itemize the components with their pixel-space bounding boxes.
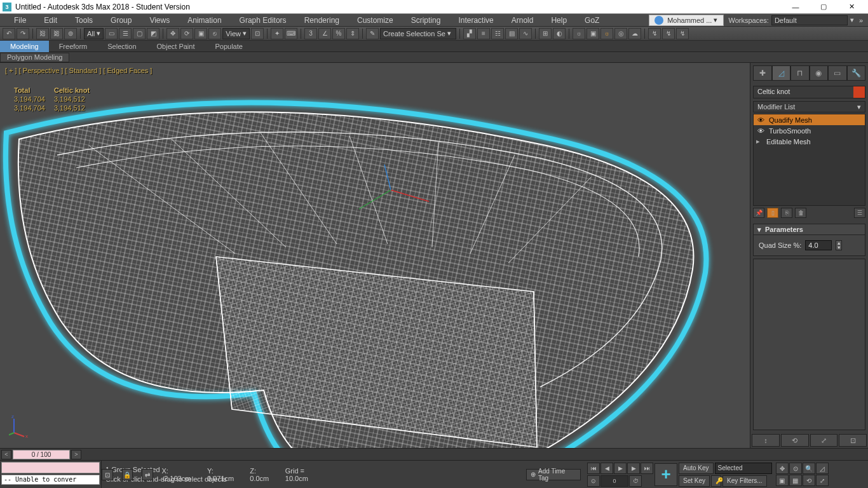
select-region-button[interactable]: ▢ <box>133 28 146 39</box>
menu-help[interactable]: Help <box>542 14 576 27</box>
tab-freeform[interactable]: Freeform <box>49 41 98 52</box>
layers-button[interactable]: ☷ <box>491 28 504 39</box>
viewport-label[interactable]: [ + ] [ Perspective ] [ Standard ] [ Edg… <box>5 67 152 74</box>
object-name-field[interactable]: Celtic knot <box>754 86 853 98</box>
fov-button[interactable]: ◿ <box>816 463 829 474</box>
goto-start-button[interactable]: ⏮ <box>587 463 600 474</box>
eye-icon[interactable]: 👁 <box>756 116 765 124</box>
tab-selection[interactable]: Selection <box>97 41 146 52</box>
eye-icon[interactable]: 👁 <box>756 127 765 135</box>
select-button[interactable]: ▭ <box>105 28 118 39</box>
ref-coord-dropdown[interactable]: View ▾ <box>222 28 250 39</box>
subtab-polygon-modeling[interactable]: Polygon Modeling <box>0 53 69 62</box>
render-button[interactable]: ☼ <box>600 28 613 39</box>
menu-goz[interactable]: GoZ <box>576 14 608 27</box>
stack-item-quadify[interactable]: 👁Quadify Mesh <box>754 114 865 125</box>
autokey-button[interactable]: Auto Key <box>679 463 714 474</box>
maxscript-mini-listener[interactable]: -- Unable to conver <box>1 475 100 485</box>
panel-tab-display[interactable]: ▭ <box>828 65 847 81</box>
manip-button[interactable]: ✦ <box>271 28 283 39</box>
named-selset-dropdown[interactable]: Create Selection Se ▾ <box>380 28 456 39</box>
isolate-button[interactable]: ⊡ <box>102 469 113 480</box>
select-name-button[interactable]: ☰ <box>119 28 132 39</box>
orbit-button[interactable]: ⟲ <box>803 475 815 486</box>
menu-interactive[interactable]: Interactive <box>449 14 502 27</box>
link-button[interactable]: ⛓ <box>36 28 49 39</box>
move-button[interactable]: ✥ <box>166 28 179 39</box>
snap-toggle-button[interactable]: 3 <box>304 28 317 39</box>
edit-selset-button[interactable]: ✎ <box>366 28 379 39</box>
goz-all-button[interactable]: ↯ <box>662 28 675 39</box>
set-key-button-large[interactable]: + <box>654 463 677 486</box>
object-color-swatch[interactable] <box>853 86 865 98</box>
panel-nav-1[interactable]: ↕ <box>752 434 780 447</box>
panel-nav-2[interactable]: ⟲ <box>781 434 809 447</box>
make-unique-button[interactable]: ⎘ <box>781 208 792 218</box>
align-button[interactable]: ≡ <box>477 28 490 39</box>
timeline-right-arrow[interactable]: > <box>71 450 81 459</box>
unlink-button[interactable]: ⛓̸ <box>50 28 63 39</box>
panel-tab-create[interactable]: ✚ <box>753 65 772 81</box>
zoom-all-button[interactable]: ▦ <box>789 475 802 486</box>
percent-snap-button[interactable]: % <box>332 28 345 39</box>
key-mode-button[interactable]: ⊙ <box>587 475 600 487</box>
panel-tab-utilities[interactable]: 🔧 <box>847 65 866 81</box>
use-center-button[interactable]: ⊡ <box>251 28 264 39</box>
modifier-list-dropdown[interactable]: Modifier List▾ <box>753 101 865 112</box>
tab-object-paint[interactable]: Object Paint <box>147 41 205 52</box>
selection-filter-dropdown[interactable]: All ▾ <box>84 28 104 39</box>
panel-nav-4[interactable]: ⊡ <box>839 434 867 447</box>
key-icon[interactable]: 🔑 <box>711 475 721 487</box>
open-ae-button[interactable]: ◎ <box>614 28 627 39</box>
menu-tools[interactable]: Tools <box>66 14 102 27</box>
prev-frame-button[interactable]: ◀ <box>600 463 613 474</box>
rollout-parameters-header[interactable]: ▾Parameters <box>753 224 865 235</box>
play-button[interactable]: ▶ <box>614 463 627 474</box>
spinner-snap-button[interactable]: ⇕ <box>346 28 359 39</box>
panel-tab-motion[interactable]: ◉ <box>810 65 829 81</box>
show-end-button[interactable]: ▯ <box>767 208 778 218</box>
time-config-button[interactable]: ⏱ <box>629 475 642 487</box>
panel-tab-hierarchy[interactable]: ⊓ <box>790 65 810 81</box>
panel-tab-modify[interactable]: ◿ <box>772 65 791 81</box>
undo-button[interactable]: ↶ <box>3 28 15 39</box>
redo-button[interactable]: ↷ <box>17 28 29 39</box>
render-frame-button[interactable]: ▣ <box>587 28 599 39</box>
curve-editor-button[interactable]: ∿ <box>519 28 532 39</box>
time-slider[interactable]: < 0 / 100 > <box>0 448 868 460</box>
expand-icon[interactable]: ▸ <box>756 137 763 146</box>
close-button[interactable]: ✕ <box>837 0 865 14</box>
current-frame-field[interactable]: 0 <box>600 475 628 487</box>
keyfilters-button[interactable]: Key Filters... <box>722 475 767 487</box>
menu-scripting[interactable]: Scripting <box>402 14 450 27</box>
menu-graph-editors[interactable]: Graph Editors <box>231 14 295 27</box>
workspaces-dropdown[interactable] <box>771 15 848 25</box>
signin-button[interactable]: Mohammed ... ▾ <box>649 15 723 26</box>
stack-item-editablemesh[interactable]: ▸Editable Mesh <box>754 136 865 147</box>
abs-rel-button[interactable]: ⇄ <box>142 469 153 480</box>
window-cross-button[interactable]: ◩ <box>147 28 159 39</box>
key-filter-selected[interactable] <box>715 463 772 474</box>
viewport[interactable]: [ + ] [ Perspective ] [ Standard ] [ Edg… <box>0 63 750 448</box>
maxview-button[interactable]: ⤢ <box>816 475 829 486</box>
quad-size-spinner[interactable] <box>805 240 832 250</box>
zoom-button[interactable]: 🔍 <box>803 463 815 474</box>
goz-import-button[interactable]: ↯ <box>676 28 689 39</box>
angle-snap-button[interactable]: ∠ <box>318 28 331 39</box>
cloud-render-button[interactable]: ☁ <box>628 28 641 39</box>
minimize-button[interactable]: — <box>782 0 810 14</box>
tab-modeling[interactable]: Modeling <box>0 41 49 52</box>
zoom-ext-button[interactable]: ▣ <box>776 475 789 486</box>
menu-file[interactable]: File <box>5 14 35 27</box>
menu-customize[interactable]: Customize <box>348 14 402 27</box>
goz-button[interactable]: ↯ <box>648 28 661 39</box>
next-frame-button[interactable]: ▶ <box>627 463 640 474</box>
modifier-stack[interactable]: 👁Quadify Mesh 👁TurboSmooth ▸Editable Mes… <box>753 114 865 206</box>
maxscript-mini-listener-pink[interactable] <box>1 462 100 473</box>
menu-group[interactable]: Group <box>102 14 140 27</box>
bind-button[interactable]: ⊚ <box>64 28 77 39</box>
workspaces-arrow-icon[interactable]: ▾ <box>850 16 854 24</box>
mirror-button[interactable]: ▞ <box>463 28 476 39</box>
panel-nav-3[interactable]: ⤢ <box>810 434 838 447</box>
spinner-buttons[interactable]: ▲▼ <box>836 240 842 250</box>
